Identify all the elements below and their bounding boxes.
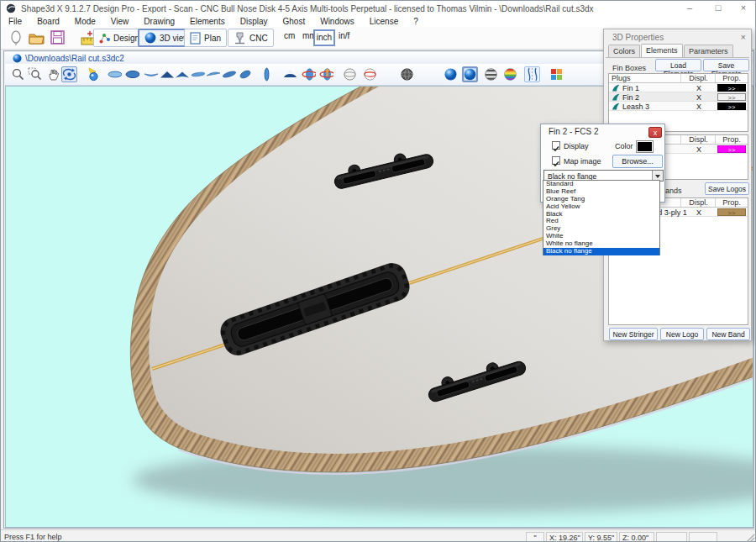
rail-view-3-icon[interactable] <box>221 66 237 82</box>
dropdown-option[interactable]: Black <box>543 211 659 218</box>
fin-dialog-close-button[interactable]: x <box>648 127 662 138</box>
sphere-wireframe-icon[interactable] <box>399 66 415 82</box>
plug-row-fin2[interactable]: Fin 2 X >> <box>609 92 748 102</box>
plug-prop-button[interactable]: >> <box>717 93 746 101</box>
save-logos-button[interactable]: Save Logos <box>705 182 749 195</box>
menu-mode[interactable]: Mode <box>67 17 103 26</box>
logos-header-displ[interactable]: Displ. <box>682 135 716 144</box>
plugs-header-name[interactable]: Plugs <box>609 74 681 82</box>
menu-help[interactable]: ? <box>406 17 426 26</box>
menu-ghost[interactable]: Ghost <box>276 17 313 26</box>
logo-prop-button[interactable]: >> <box>717 145 746 153</box>
browse-button[interactable]: Browse... <box>612 155 663 168</box>
thickness-view-icon[interactable] <box>143 66 159 82</box>
new-board-icon[interactable] <box>8 29 24 46</box>
rail-view-1-icon[interactable] <box>190 66 206 82</box>
save-elements-button[interactable]: Save Elements <box>703 59 749 71</box>
stringers-header-displ[interactable]: Displ. <box>682 198 716 207</box>
menu-board[interactable]: Board <box>29 17 67 26</box>
close-button[interactable]: × <box>732 1 755 15</box>
cnc-button[interactable]: CNC <box>228 29 274 47</box>
maximize-button[interactable]: □ <box>706 1 730 15</box>
dropdown-option[interactable]: Acid Yellow <box>543 203 659 211</box>
status-help-text: Press F1 for help <box>4 533 62 541</box>
dropdown-option[interactable]: White <box>543 233 659 240</box>
deck-view-icon[interactable] <box>124 66 140 82</box>
dropdown-option[interactable]: Standard <box>543 181 659 188</box>
plug-name: Fin 1 <box>622 84 639 92</box>
open-folder-icon[interactable] <box>29 30 45 45</box>
plug-displ[interactable]: X <box>682 83 716 92</box>
rail-view-2-icon[interactable] <box>205 66 221 82</box>
logos-header-prop[interactable]: Prop. <box>717 135 747 144</box>
dropdown-option[interactable]: White no flange <box>543 240 659 248</box>
render-solid-icon[interactable] <box>443 66 459 82</box>
menu-elements[interactable]: Elements <box>182 17 233 26</box>
plan-button[interactable]: Plan <box>184 29 227 47</box>
menu-license[interactable]: License <box>362 17 406 26</box>
zoom-window-icon[interactable] <box>27 66 43 82</box>
menu-display[interactable]: Display <box>233 17 276 26</box>
plug-name: Fin 2 <box>622 93 639 102</box>
dropdown-option[interactable]: Red <box>543 218 659 225</box>
panel-close-icon[interactable]: × <box>741 32 746 42</box>
dropdown-option[interactable]: Grey <box>543 225 659 233</box>
light-icon[interactable] <box>85 66 101 82</box>
plug-prop-button[interactable]: >> <box>717 84 746 92</box>
plug-prop-button[interactable]: >> <box>717 103 746 110</box>
new-logo-button[interactable]: New Logo <box>660 328 704 340</box>
unit-inf[interactable]: in/f <box>339 31 349 40</box>
sphere-ring-icon[interactable] <box>362 66 378 82</box>
dropdown-option[interactable]: Orange Tang <box>543 196 659 203</box>
menu-drawing[interactable]: Drawing <box>136 17 182 26</box>
new-band-button[interactable]: New Band <box>706 328 750 340</box>
plug-displ[interactable]: X <box>682 102 716 111</box>
menu-file[interactable]: File <box>1 17 29 26</box>
tab-elements[interactable]: Elements <box>641 44 683 57</box>
save-icon[interactable] <box>50 30 66 45</box>
top-view-icon[interactable] <box>107 66 123 82</box>
fin-color-swatch[interactable] <box>636 140 654 153</box>
resize-grip[interactable] <box>745 533 755 542</box>
render-rainbow-icon[interactable] <box>502 66 518 82</box>
menu-windows[interactable]: Windows <box>312 17 362 26</box>
back-view-icon[interactable] <box>174 66 190 82</box>
profile-view-icon[interactable] <box>259 66 275 82</box>
status-y-coord: Y: 9.55" <box>585 532 617 542</box>
load-elements-button[interactable]: Load Elements <box>655 59 701 71</box>
unit-cm[interactable]: cm <box>284 31 295 40</box>
zoom-icon[interactable] <box>10 66 26 82</box>
stringer-prop-button[interactable]: >> <box>717 208 746 216</box>
display-checkbox[interactable] <box>552 141 560 150</box>
map-image-checkbox[interactable] <box>552 156 560 165</box>
plug-displ[interactable]: X <box>682 92 716 102</box>
stringers-header-prop[interactable]: Prop. <box>717 198 747 207</box>
app-window: Shape3d X 9.1.2.7 Design Pro - Export - … <box>0 0 756 542</box>
tab-parameters[interactable]: Parameters <box>684 45 733 57</box>
color-palette-icon[interactable] <box>549 66 564 82</box>
rail-view-4-icon[interactable] <box>237 66 253 82</box>
dropdown-option[interactable]: Blue Reef <box>543 188 659 196</box>
rotate-3d-icon[interactable] <box>61 66 77 82</box>
sphere-outline-icon[interactable] <box>342 66 358 82</box>
render-solid-box-icon[interactable] <box>462 66 478 82</box>
render-bands-icon[interactable] <box>483 66 499 82</box>
dropdown-option-selected[interactable]: Black no flange <box>543 248 659 255</box>
rotate-x-icon[interactable] <box>301 66 317 82</box>
new-stringer-button[interactable]: New Stringer <box>609 328 658 340</box>
flip-board-icon[interactable] <box>281 66 297 82</box>
plugs-header-prop[interactable]: Prop. <box>717 74 747 82</box>
curvature-icon[interactable] <box>524 66 540 82</box>
menu-view[interactable]: View <box>103 17 137 26</box>
plugs-header-displ[interactable]: Displ. <box>682 74 716 82</box>
unit-inch[interactable]: inch <box>313 29 335 46</box>
pan-hand-icon[interactable] <box>46 66 62 82</box>
logo-displ[interactable]: X <box>682 145 716 154</box>
plug-row-leash3[interactable]: Leash 3 X >> <box>609 102 748 111</box>
front-view-icon[interactable] <box>159 66 175 82</box>
tab-colors[interactable]: Colors <box>608 45 640 57</box>
stringer-displ[interactable]: X <box>682 208 716 217</box>
rotate-z-icon[interactable] <box>318 66 334 82</box>
plug-row-fin1[interactable]: Fin 1 X >> <box>609 83 748 92</box>
minimize-button[interactable]: – <box>678 1 701 15</box>
